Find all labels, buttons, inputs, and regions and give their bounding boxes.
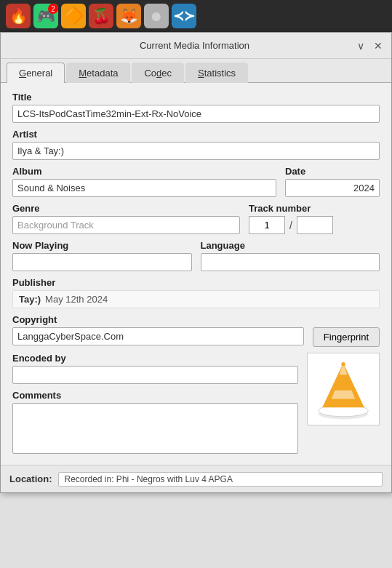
- artwork-box: [307, 353, 380, 425]
- game-badge: 2: [48, 4, 58, 14]
- artwork-section: [307, 353, 380, 456]
- genre-field-group: Genre: [12, 203, 240, 234]
- current-media-window: Current Media Information ∨ ✕ General Me…: [0, 32, 392, 493]
- publisher-label: Publisher: [12, 277, 380, 288]
- encoded-by-label: Encoded by: [12, 353, 298, 364]
- minimize-button[interactable]: ∨: [353, 39, 368, 53]
- album-field-group: Album: [12, 166, 276, 197]
- vlc-app-icon[interactable]: 🔶: [61, 4, 86, 28]
- tab-metadata[interactable]: Metadata: [66, 63, 130, 83]
- statusbar-value: Recorded in: Phi - Negros with Luv 4 APG…: [58, 472, 383, 487]
- copyright-label: Copyright: [12, 314, 304, 325]
- track-number-input[interactable]: [249, 216, 285, 234]
- publisher-row: Tay:) May 12th 2024: [12, 290, 380, 308]
- vscode-app-icon[interactable]: ≺≻: [172, 4, 196, 28]
- comments-textarea[interactable]: [12, 403, 298, 454]
- tab-general[interactable]: General: [7, 63, 65, 83]
- artist-label: Artist: [12, 129, 380, 140]
- language-field-group: Language: [201, 240, 380, 271]
- artist-field-group: Artist: [12, 129, 380, 160]
- encoded-by-field-group: Encoded by: [12, 353, 298, 384]
- fingerprint-label: Fingerprint: [324, 332, 369, 343]
- copyright-section: Copyright: [12, 314, 304, 345]
- now-playing-field-group: Now Playing: [12, 240, 192, 271]
- language-label: Language: [201, 240, 380, 251]
- circle-symbol: ●: [151, 4, 163, 28]
- track-slash: /: [289, 220, 292, 234]
- title-label: Title: [12, 92, 380, 103]
- album-input[interactable]: [12, 179, 276, 197]
- tab-general-label: General: [19, 68, 52, 79]
- vlc-cone-image: [311, 356, 376, 422]
- firefox-app-icon[interactable]: 🦊: [116, 4, 141, 28]
- track-number-field-group: Track number /: [249, 203, 380, 234]
- track-number-row: /: [249, 216, 380, 234]
- cherry-symbol: 🍒: [92, 7, 111, 25]
- date-field-group: Date: [285, 166, 380, 197]
- firefox-symbol: 🦊: [120, 7, 138, 25]
- tab-metadata-label: Metadata: [79, 68, 118, 79]
- svg-marker-4: [332, 391, 355, 399]
- svg-point-5: [341, 362, 345, 366]
- encoded-section: Encoded by Comments: [12, 353, 298, 456]
- vscode-symbol: ≺≻: [173, 8, 195, 24]
- date-input[interactable]: [285, 179, 380, 197]
- genre-track-row: Genre Track number /: [12, 203, 380, 240]
- genre-input[interactable]: [12, 216, 240, 234]
- tab-statistics[interactable]: Statistics: [185, 63, 248, 83]
- copyright-input[interactable]: [12, 327, 304, 345]
- titlebar-controls: ∨ ✕: [353, 39, 385, 53]
- taskbar: 🔥 🎮 2 🔶 🍒 🦊 ● ﻿≺≻: [0, 0, 392, 32]
- track-number-label: Track number: [249, 203, 380, 214]
- date-label: Date: [285, 166, 380, 177]
- now-playing-label: Now Playing: [12, 240, 192, 251]
- album-label: Album: [12, 166, 276, 177]
- window-titlebar: Current Media Information ∨ ✕: [1, 33, 391, 59]
- general-tab-content: Title Artist Album Date Genre: [1, 83, 391, 465]
- game-app-icon[interactable]: 🎮 2: [33, 4, 58, 28]
- album-date-row: Album Date: [12, 166, 380, 203]
- nowplaying-language-row: Now Playing Language: [12, 240, 380, 277]
- fingerprint-button[interactable]: Fingerprint: [313, 327, 380, 347]
- flame-symbol: 🔥: [9, 7, 28, 25]
- now-playing-input[interactable]: [12, 253, 192, 271]
- tab-bar: General Metadata Codec Statistics: [1, 59, 391, 83]
- encoded-by-input[interactable]: [12, 366, 298, 384]
- track-total-input[interactable]: [297, 216, 333, 234]
- statusbar: Location: Recorded in: Phi - Negros with…: [1, 465, 391, 492]
- artist-input[interactable]: [12, 142, 380, 160]
- vlc-symbol: 🔶: [64, 7, 84, 25]
- comments-section: Comments: [12, 390, 298, 456]
- tab-codec-label: Codec: [144, 68, 172, 79]
- encoded-artwork-row: Encoded by Comments: [12, 353, 380, 456]
- tab-codec[interactable]: Codec: [132, 63, 184, 83]
- publisher-field-group: Publisher Tay:) May 12th 2024: [12, 277, 380, 308]
- window-title: Current Media Information: [36, 40, 353, 51]
- language-input[interactable]: [201, 253, 380, 271]
- close-button[interactable]: ✕: [371, 39, 385, 53]
- publisher-name: Tay:): [19, 294, 41, 305]
- circle-app-icon[interactable]: ●: [144, 4, 169, 28]
- copyright-fingerprint-row: Copyright Fingerprint: [12, 314, 380, 347]
- comments-label: Comments: [12, 390, 298, 401]
- publisher-date: May 12th 2024: [45, 294, 108, 305]
- tab-statistics-label: Statistics: [198, 68, 236, 79]
- cherry-app-icon[interactable]: 🍒: [89, 4, 113, 28]
- title-field-group: Title: [12, 92, 380, 123]
- statusbar-label: Location:: [9, 473, 52, 484]
- genre-label: Genre: [12, 203, 240, 214]
- title-input[interactable]: [12, 105, 380, 123]
- flame-app-icon[interactable]: 🔥: [6, 4, 31, 28]
